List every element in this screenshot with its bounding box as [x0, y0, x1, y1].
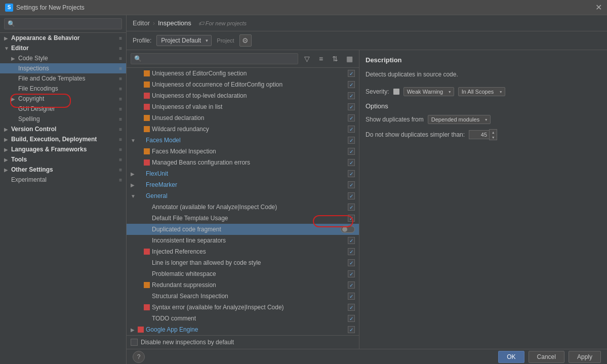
profile-select[interactable]: Project Default Default: [156, 35, 212, 46]
insp-item-problematic-whitespace[interactable]: Problematic whitespace✓: [127, 268, 359, 279]
insp-item-freemarker[interactable]: ▶FreeMarker✓: [127, 179, 359, 190]
sidebar-item-experimental[interactable]: Experimental ≡: [0, 175, 126, 185]
sev-box-todo-comment: [144, 315, 150, 321]
checkbox-uniqueness-editorconfig[interactable]: ✓: [348, 70, 355, 77]
insp-item-uniqueness-value[interactable]: Uniqueness of value in list✓: [127, 101, 359, 112]
insp-item-general[interactable]: ▼General✓: [127, 190, 359, 201]
sidebar-item-code-style[interactable]: ▶ Code Style ≡: [0, 53, 126, 63]
insp-item-wildcard-redundancy[interactable]: Wildcard redundancy✓: [127, 124, 359, 135]
checkbox-uniqueness-toplevel[interactable]: ✓: [348, 92, 355, 99]
show-duplicates-select[interactable]: Depended modules All modules None: [428, 115, 491, 124]
insp-item-uniqueness-occurrence[interactable]: Uniqueness of occurrence of EditorConfig…: [127, 79, 359, 90]
scope-select-wrap[interactable]: In All Scopes In Tests: [458, 87, 505, 96]
sidebar-item-other-settings[interactable]: ▶ Other Settings ≡: [0, 165, 126, 175]
sidebar-item-inspections[interactable]: Inspections ≡: [0, 63, 126, 73]
insp-name-injected-references: Injected References: [152, 248, 346, 255]
sidebar-item-gui-designer[interactable]: GUI Designer ≡: [0, 104, 126, 114]
insp-name-managed-beans: Managed Beans configuration errors: [152, 159, 346, 166]
sidebar-item-version-control[interactable]: ▶ Version Control ≡: [0, 124, 126, 134]
cancel-button[interactable]: Cancel: [529, 351, 564, 363]
checkbox-unused-declaration[interactable]: ✓: [348, 114, 355, 122]
checkbox-inconsistent-line[interactable]: ✓: [348, 237, 355, 244]
insp-item-structural-search[interactable]: Structural Search Inspection✓: [127, 291, 359, 302]
insp-item-line-too-long[interactable]: Line is longer than allowed by code styl…: [127, 257, 359, 268]
sidebar-item-build-execution[interactable]: ▶ Build, Execution, Deployment ≡: [0, 134, 126, 144]
checkbox-todo-comment[interactable]: ✓: [348, 315, 355, 322]
insp-item-managed-beans[interactable]: Managed Beans configuration errors✓: [127, 157, 359, 168]
profile-select-wrapper[interactable]: Project Default Default: [156, 35, 212, 46]
severity-select-wrap[interactable]: Weak Warning Warning Error Info: [403, 87, 454, 96]
sidebar-item-languages-frameworks[interactable]: ▶ Languages & Frameworks ≡: [0, 144, 126, 154]
breadcrumb-tag: 🏷 For new projects: [198, 20, 247, 26]
checkbox-uniqueness-value[interactable]: ✓: [348, 103, 355, 110]
insp-item-duplicated-code[interactable]: Duplicated code fragment: [127, 224, 359, 235]
scope-select[interactable]: In All Scopes In Tests: [458, 87, 505, 96]
checkbox-default-file-template[interactable]: ✓: [348, 215, 355, 222]
simpler-value-input[interactable]: 45: [469, 130, 489, 139]
insp-item-default-file-template[interactable]: Default File Template Usage✓: [127, 213, 359, 224]
checkbox-faces-model[interactable]: ✓: [348, 137, 355, 144]
spinner-up[interactable]: ▲: [490, 130, 497, 135]
insp-item-inconsistent-line[interactable]: Inconsistent line separators✓: [127, 235, 359, 246]
show-duplicates-select-wrap[interactable]: Depended modules All modules None: [428, 115, 491, 124]
checkbox-faces-model-inspection[interactable]: ✓: [348, 148, 355, 155]
filter-button[interactable]: ▽: [301, 53, 312, 64]
sidebar-item-file-encodings[interactable]: File Encodings ≡: [0, 84, 126, 94]
checkbox-flexunit[interactable]: ✓: [348, 170, 355, 177]
insp-item-faces-model[interactable]: ▼Faces Model✓: [127, 135, 359, 146]
sev-box-annotator: [144, 204, 150, 210]
sev-box-syntax-error: [144, 304, 150, 310]
checkbox-annotator[interactable]: ✓: [348, 204, 355, 211]
insp-item-faces-model-inspection[interactable]: Faces Model Inspection✓: [127, 146, 359, 157]
tag-icon: 🏷: [198, 20, 204, 26]
checkbox-google-app-engine[interactable]: ✓: [348, 326, 355, 333]
insp-item-google-app-engine[interactable]: ▶Google App Engine✓: [127, 324, 359, 335]
insp-item-flexunit[interactable]: ▶FlexUnit✓: [127, 168, 359, 179]
sidebar-item-editor[interactable]: ▼ Editor ≡: [0, 43, 126, 53]
sev-box-duplicated-code: [144, 226, 150, 232]
insp-item-todo-comment[interactable]: TODO comment✓: [127, 313, 359, 324]
expand-button[interactable]: ≡: [315, 53, 327, 64]
grid-button[interactable]: ▦: [344, 53, 355, 64]
sev-box-managed-beans: [144, 159, 150, 166]
sidebar-item-tools[interactable]: ▶ Tools ≡: [0, 154, 126, 165]
checkbox-problematic-whitespace[interactable]: ✓: [348, 270, 355, 277]
insp-item-syntax-error[interactable]: Syntax error (available for Analyze|Insp…: [127, 302, 359, 313]
sidebar-item-appearance[interactable]: ▶ Appearance & Behavior ≡: [0, 33, 126, 43]
gear-button[interactable]: ⚙: [239, 34, 252, 47]
checkbox-injected-references[interactable]: ✓: [348, 248, 355, 255]
checkbox-line-too-long[interactable]: ✓: [348, 259, 355, 266]
severity-select[interactable]: Weak Warning Warning Error Info: [403, 87, 454, 96]
checkbox-managed-beans[interactable]: ✓: [348, 159, 355, 166]
help-button[interactable]: ?: [133, 351, 145, 363]
insp-item-uniqueness-toplevel[interactable]: Uniqueness of top-level declaration✓: [127, 90, 359, 101]
sev-box-unused-declaration: [144, 115, 150, 121]
insp-item-annotator[interactable]: Annotator (available for Analyze|Inspect…: [127, 201, 359, 213]
sidebar-search-input[interactable]: [4, 18, 122, 29]
ok-button[interactable]: OK: [498, 351, 524, 363]
collapse-button[interactable]: ⇅: [330, 53, 341, 64]
insp-item-uniqueness-editorconfig[interactable]: Uniqueness of EditorConfig section✓: [127, 68, 359, 79]
description-panel: Description Detects duplicates in source…: [359, 50, 607, 349]
checkbox-syntax-error[interactable]: ✓: [348, 304, 355, 311]
insp-item-unused-declaration[interactable]: Unused declaration✓: [127, 112, 359, 124]
sidebar-search-area[interactable]: [0, 15, 126, 33]
insp-item-injected-references[interactable]: Injected References✓: [127, 246, 359, 257]
checkbox-structural-search[interactable]: ✓: [348, 293, 355, 300]
breadcrumb-parent: Editor: [133, 19, 150, 27]
disable-inspections-checkbox[interactable]: [131, 339, 138, 346]
close-button[interactable]: ✕: [595, 3, 602, 12]
sidebar-item-spelling[interactable]: Spelling ≡: [0, 114, 126, 124]
checkbox-redundant-suppression[interactable]: ✓: [348, 281, 355, 289]
toggle-duplicated-code[interactable]: [341, 226, 355, 233]
checkbox-uniqueness-occurrence[interactable]: ✓: [348, 81, 355, 88]
apply-button[interactable]: Apply: [569, 351, 601, 363]
checkbox-wildcard-redundancy[interactable]: ✓: [348, 126, 355, 133]
sidebar-item-file-code-templates[interactable]: File and Code Templates ≡: [0, 73, 126, 84]
spinner-down[interactable]: ▼: [490, 135, 497, 140]
insp-item-redundant-suppression[interactable]: Redundant suppression✓: [127, 279, 359, 291]
sidebar-item-copyright[interactable]: ▶ Copyright ≡: [0, 94, 126, 104]
checkbox-general[interactable]: ✓: [348, 192, 355, 199]
checkbox-freemarker[interactable]: ✓: [348, 181, 355, 188]
inspection-search-input[interactable]: [131, 53, 298, 64]
